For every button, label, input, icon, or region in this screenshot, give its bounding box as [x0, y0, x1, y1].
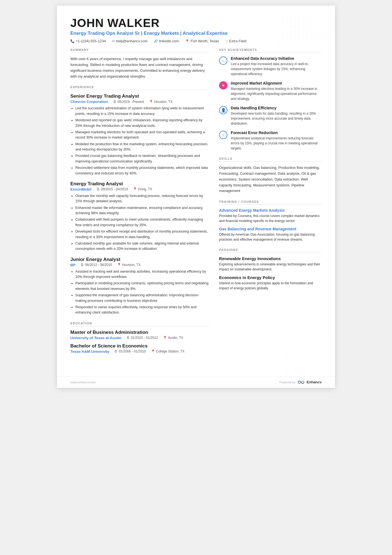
school-2: Texas A&M University	[70, 349, 109, 354]
contact-phone: 📞 +1-(234)-555-1234	[70, 39, 106, 43]
dates-2: 🗓 09/2015 - 04/2019	[96, 187, 128, 191]
edu-loc-2: 📍 College Station, TX	[151, 349, 185, 353]
summary-label: SUMMARY	[70, 48, 209, 53]
passion-title-1: Renewable Energy Innovations	[219, 256, 322, 261]
bullet-1-3: Managed marketing elections for both ope…	[75, 130, 209, 140]
achievements-label: KEY ACHIEVEMENTS	[219, 48, 322, 53]
achievement-text-1: Enhanced Data Accuracy Initiative Led a …	[231, 56, 322, 77]
cal-icon-3: 🗓	[81, 263, 84, 267]
skills-label: SKILLS	[219, 157, 322, 162]
cal-icon-e2: 🗓	[114, 349, 118, 353]
achievement-icon-1: ☆	[219, 56, 227, 65]
achievement-title-1: Enhanced Data Accuracy Initiative	[231, 56, 322, 61]
company-3: BP	[70, 263, 76, 267]
skills-text: Organizational skills, Gas balancing, Pr…	[219, 165, 322, 194]
website-text: linkedin.com	[159, 39, 179, 43]
bullet-2-3: Collaborated with field pumpers to meet …	[75, 217, 209, 228]
bullet-1-2: Monitored and reported on gas wells' imb…	[75, 118, 209, 129]
extra-text: Extra Field	[229, 39, 246, 43]
job-block-1: Senior Energy Trading Analyst Chevron Co…	[70, 93, 209, 176]
bullet-1-6: Reconciled settlement data from monthly …	[75, 165, 209, 176]
education-label: EDUCATION	[70, 322, 209, 326]
bullets-3: Assisted in tracking well and ownership …	[70, 269, 209, 315]
loc-icon-e1: 📍	[163, 336, 167, 340]
dates-3: 🗓 06/2012 - 08/2015	[81, 263, 112, 267]
degree-2: Bachelor of Science in Economics	[70, 343, 209, 349]
achievement-desc-1: Led a project that increased data accura…	[231, 61, 322, 77]
brand-name: Enhancv	[307, 380, 322, 384]
contact-location: 📍 Fort Worth, Texas	[185, 39, 219, 43]
passion-desc-1: Exploring advancements in renewable ener…	[219, 262, 322, 272]
footer-website: www.enhancv.com	[70, 381, 96, 384]
location-3: 📍 Houston, TX	[117, 263, 140, 267]
passions-label: PASSIONS	[219, 248, 322, 253]
skills-section: SKILLS Organizational skills, Gas balanc…	[219, 157, 322, 194]
summary-text: With over 6 years of experience, I exper…	[70, 56, 209, 79]
job-title-3: Junior Energy Analyst	[70, 257, 209, 262]
bullet-2-5: Calculated monthly gas available for sal…	[75, 241, 209, 252]
location-icon: 📍	[185, 39, 189, 43]
achievement-icon-4: ☆	[219, 131, 227, 139]
training-section: TRAINING / COURSES Advanced Energy Marke…	[219, 200, 322, 242]
location-text: Fort Worth, Texas	[190, 39, 219, 43]
bullet-1-4: Modeled the production flow in the marke…	[75, 142, 209, 152]
job-meta-1: Chevron Corporation 🗓 05/2019 - Present …	[70, 100, 209, 104]
contact-website: 🔗 linkedin.com	[154, 39, 179, 43]
achievement-3: 👤 Data Handling Efficiency Developed new…	[219, 106, 322, 126]
job-meta-2: ExxonMobil 🗓 09/2015 - 04/2019 📍 Irving,…	[70, 187, 209, 191]
star-icon: ☆	[225, 39, 228, 43]
passions-section: PASSIONS Renewable Energy Innovations Ex…	[219, 248, 322, 291]
bullet-3-1: Assisted in tracking well and ownership …	[75, 269, 209, 280]
achievement-desc-3: Developed new tools for data handling, r…	[231, 111, 322, 126]
header: JOHN WALKER Energy Trading Ops Analyst S…	[70, 17, 322, 43]
achievement-desc-4: Implemented analytical improvements redu…	[231, 136, 322, 151]
company-2: ExxonMobil	[70, 187, 91, 191]
achievement-title-4: Forecast Error Reduction	[231, 130, 322, 135]
bullet-2-4: Developed tools for efficient receipt an…	[75, 229, 209, 240]
achievements-section: KEY ACHIEVEMENTS ☆ Enhanced Data Accurac…	[219, 48, 322, 151]
experience-label: EXPERIENCE	[70, 85, 209, 90]
edu-block-1: Master of Business Administration Univer…	[70, 330, 209, 340]
bullet-3-2: Participated in modeling processing cont…	[75, 281, 209, 292]
education-section: EDUCATION Master of Business Administrat…	[70, 322, 209, 354]
school-1: University of Texas at Austin	[70, 336, 121, 340]
phone-text: +1-(234)-555-1234	[76, 39, 106, 43]
edu-block-2: Bachelor of Science in Economics Texas A…	[70, 343, 209, 354]
location-1: 📍 Houston, TX	[149, 100, 172, 104]
achievement-text-3: Data Handling Efficiency Developed new t…	[231, 106, 322, 126]
resume-wrapper: JOHN WALKER Energy Trading Ops Analyst S…	[57, 6, 335, 388]
link-icon: 🔗	[154, 39, 158, 43]
enhancv-logo-icon	[297, 380, 305, 384]
phone-icon: 📞	[70, 39, 75, 43]
achievement-2: ♥ Improved Market Alignment Managed mark…	[219, 81, 322, 101]
achievement-1: ☆ Enhanced Data Accuracy Initiative Led …	[219, 56, 322, 77]
bullet-2-2: Enhanced master file information mainten…	[75, 205, 209, 216]
achievement-text-4: Forecast Error Reduction Implemented ana…	[231, 130, 322, 151]
edu-meta-2: Texas A&M University 🗓 01/2006 - 01/2010…	[70, 349, 209, 354]
contact-email: ✉ help@enhancv.com	[112, 39, 148, 43]
edu-dates-1: 🗓 01/2010 - 01/2012	[126, 336, 158, 340]
edu-dates-2: 🗓 01/2006 - 01/2010	[114, 349, 146, 353]
job-meta-3: BP 🗓 06/2012 - 08/2015 📍 Houston, TX	[70, 263, 209, 267]
training-desc-1: Provided by Coursera, this course covers…	[219, 213, 322, 223]
footer-brand: Powered by Enhancv	[279, 380, 322, 384]
training-desc-2: Offered by American Gas Association, foc…	[219, 232, 322, 242]
powered-by-text: Powered by	[279, 381, 296, 384]
loc-icon-2: 📍	[133, 187, 137, 191]
dates-1: 🗓 05/2019 - Present	[113, 100, 144, 104]
contact-extra: ☆ Extra Field	[225, 39, 246, 43]
achievement-desc-2: Managed marketing elections leading to a…	[231, 86, 322, 101]
achievement-text-2: Improved Market Alignment Managed market…	[231, 81, 322, 101]
contact-row: 📞 +1-(234)-555-1234 ✉ help@enhancv.com 🔗…	[70, 39, 322, 43]
passion-desc-2: Interest in how economic principles appl…	[219, 281, 322, 291]
achievement-icon-3: 👤	[219, 106, 227, 114]
bullet-1-1: Led the successful administration of sys…	[75, 106, 209, 117]
training-title-1: Advanced Energy Markets Analysis	[219, 208, 322, 213]
right-column: KEY ACHIEVEMENTS ☆ Enhanced Data Accurac…	[219, 48, 322, 359]
achievement-icon-2: ♥	[219, 81, 227, 90]
training-title-2: Gas Balancing and Revenue Management	[219, 227, 322, 231]
job-block-3: Junior Energy Analyst BP 🗓 06/2012 - 08/…	[70, 257, 209, 315]
cal-icon-1: 🗓	[113, 100, 116, 104]
degree-1: Master of Business Administration	[70, 330, 209, 335]
footer: www.enhancv.com Powered by Enhancv	[57, 376, 335, 388]
